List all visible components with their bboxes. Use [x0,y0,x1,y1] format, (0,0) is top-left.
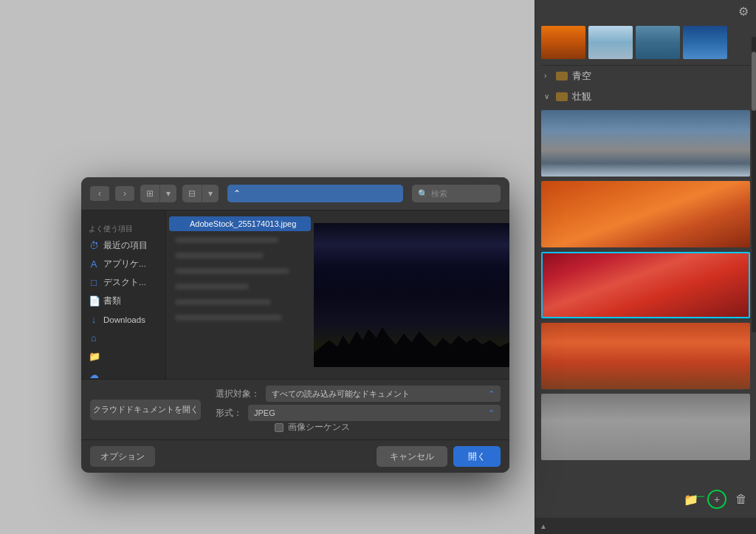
cloud-doc-button[interactable]: クラウドドキュメントを開く [90,400,201,420]
view-grid-group: ⊟ ▾ [182,185,219,202]
file-item-blurred-4[interactable] [169,280,311,293]
format-value: すべての読み込み可能なドキュメント [272,388,410,400]
format-row: 選択対象： すべての読み込み可能なドキュメント ⌃ [216,386,501,402]
dialog-sidebar: よく使う項目 ⏱ 最近の項目 A アプリケ... □ デスクト... 📄 書類 … [81,210,166,379]
image-grey-preview [541,394,750,460]
folder-arrow-icon: › [544,72,553,81]
sidebar-item-desktop[interactable]: □ デスクト... [81,273,165,292]
cloud-icon: ☁ [89,369,99,379]
panel-scroll-bar[interactable]: ▲ [535,518,756,534]
downloads-icon: ↓ [89,314,99,325]
cancel-button[interactable]: キャンセル [377,446,447,467]
action-buttons: キャンセル 開く [377,446,501,467]
thumbnail-4[interactable] [683,26,727,59]
option-button[interactable]: オプション [90,446,155,467]
home-icon: ⌂ [89,332,99,343]
format-select[interactable]: すべての読み込み可能なドキュメント ⌃ [266,386,501,402]
file-item-blurred-5[interactable] [169,295,311,309]
view-grid-button[interactable]: ⊟ [182,185,202,202]
folder-aozora[interactable]: › 青空 [535,66,756,86]
scroll-triangle-icon: ▲ [540,522,547,530]
type-select[interactable]: JPEG ⌃ [248,405,501,421]
dialog-footer: クラウドドキュメントを開く 選択対象： すべての読み込み可能なドキュメント ⌃ … [81,379,509,439]
folder-icon-2 [556,92,568,101]
footer-row-top: クラウドドキュメントを開く 選択対象： すべての読み込み可能なドキュメント ⌃ … [90,386,501,434]
panel-image-grey[interactable] [541,394,750,460]
folder-icon-sidebar: 📁 [89,351,99,362]
folder-soukan-label: 壮観 [572,90,591,103]
right-panel: ⚙ › 青空 ∨ 壮観 ← 📁 [535,0,756,534]
sidebar-item-downloads[interactable]: ↓ Downloads [81,310,165,329]
view-columns-arrow[interactable]: ▾ [160,185,176,202]
sidebar-item-apps-label: アプリケ... [103,259,146,270]
file-item-blurred-3[interactable] [169,264,311,278]
view-toggle-group: ⊞ ▾ [140,185,176,202]
panel-top-bar: ⚙ [535,0,756,23]
right-scrollbar[interactable] [752,37,756,332]
preview-area [314,210,509,379]
blurred-name-1 [175,237,278,243]
desktop-icon: □ [89,277,99,288]
forward-button[interactable]: › [115,186,134,201]
preview-image [314,223,509,367]
search-box[interactable]: 🔍 検索 [412,185,501,202]
sidebar-item-downloads-label: Downloads [103,315,145,324]
sidebar-item-documents-label: 書類 [103,295,121,307]
format-label: 選択対象： [216,388,260,400]
blurred-name-2 [175,253,264,259]
thumbnail-3[interactable] [636,26,680,59]
image-sequence-label: 画像シーケンス [288,421,350,434]
scrollbar-thumb [752,52,756,111]
open-button[interactable]: 開く [453,446,501,467]
add-button[interactable]: + [707,490,726,509]
image-rainbow-preview [541,110,750,177]
location-chevron-icon: ⌃ [233,188,241,199]
sidebar-item-folder[interactable]: 📁 [81,347,165,366]
sidebar-section-favorites: よく使う項目 [81,218,165,236]
thumbnail-1[interactable] [541,26,585,59]
blurred-name-5 [175,299,271,305]
sidebar-item-cloud[interactable]: ☁ [81,366,165,379]
folder-expand-icon: ∨ [544,92,553,101]
panel-image-sunset3[interactable] [541,323,750,389]
format-dropdown-arrow: ⌃ [488,389,495,399]
open-file-dialog: ‹ › ⊞ ▾ ⊟ ▾ ⌃ 🔍 検索 よく使う項目 ⏱ 最近の項目 A [81,177,509,473]
view-columns-button[interactable]: ⊞ [140,185,160,202]
file-item-blurred-1[interactable] [169,233,311,247]
panel-image-sunset1[interactable] [541,181,750,247]
panel-image-rainbow[interactable] [541,110,750,177]
back-button[interactable]: ‹ [90,186,109,201]
sidebar-item-desktop-label: デスクト... [103,277,146,288]
panel-image-sunset2-selected[interactable] [541,252,750,318]
sidebar-item-recent[interactable]: ⏱ 最近の項目 [81,236,165,255]
recent-icon: ⏱ [89,240,99,251]
file-item-selected[interactable]: AdobeStock_255174013.jpeg [169,216,311,231]
delete-button[interactable]: 🗑 [734,491,749,507]
folder-soukan[interactable]: ∨ 壮観 [535,86,756,107]
image-sequence-checkbox[interactable] [275,423,284,432]
footer-selectors: 選択対象： すべての読み込み可能なドキュメント ⌃ 形式： JPEG ⌃ 画像シ… [216,386,501,434]
sidebar-item-apps[interactable]: A アプリケ... [81,255,165,273]
sidebar-item-home[interactable]: ⌂ [81,329,165,347]
folder-bottom-icon[interactable]: 📁 [682,491,700,508]
location-bar[interactable]: ⌃ [227,185,403,202]
dialog-toolbar: ‹ › ⊞ ▾ ⊟ ▾ ⌃ 🔍 検索 [81,177,509,210]
thumbnail-2[interactable] [588,26,633,59]
view-grid-arrow[interactable]: ▾ [202,185,219,202]
sidebar-item-documents[interactable]: 📄 書類 [81,292,165,310]
file-thumb-icon [175,220,185,227]
sidebar-item-recent-label: 最近の項目 [103,240,148,251]
file-item-blurred-6[interactable] [169,311,311,324]
blurred-name-3 [175,268,289,274]
search-icon: 🔍 [418,189,428,199]
apps-icon: A [89,259,99,270]
dialog-body: よく使う項目 ⏱ 最近の項目 A アプリケ... □ デスクト... 📄 書類 … [81,210,509,379]
add-icon: + [714,493,720,505]
image-sunset-red-preview [543,253,749,318]
image-sunset-dark-preview [541,323,750,389]
image-sunset-orange-preview [541,181,750,247]
gear-button[interactable]: ⚙ [738,4,749,18]
blurred-name-4 [175,284,249,290]
type-row: 形式： JPEG ⌃ [216,405,501,421]
file-item-blurred-2[interactable] [169,249,311,262]
